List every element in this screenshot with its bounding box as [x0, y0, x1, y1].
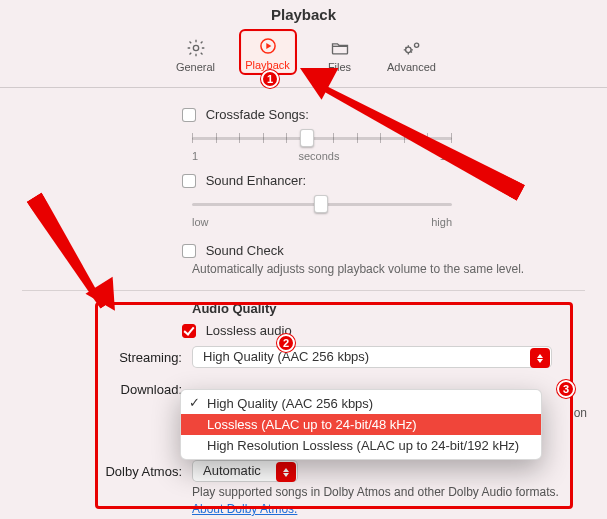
dolby-link[interactable]: About Dolby Atmos.	[192, 502, 297, 516]
chevron-updown-icon	[530, 348, 550, 368]
tab-playback[interactable]: Playback	[239, 29, 297, 75]
chevron-updown-icon	[276, 462, 296, 482]
download-label: Download:	[22, 382, 192, 397]
streaming-dropdown[interactable]: High Quality (AAC 256 kbps)	[192, 346, 552, 368]
annotation-ring-3: 3	[557, 380, 575, 398]
annotation-ring-2: 2	[277, 334, 295, 352]
audio-quality-title: Audio Quality	[192, 301, 585, 316]
streaming-label: Streaming:	[22, 350, 192, 365]
folder-icon	[330, 37, 350, 59]
tab-general[interactable]: General	[167, 29, 225, 75]
crossfade-checkbox[interactable]	[182, 108, 196, 122]
lossless-checkbox[interactable]	[182, 324, 196, 338]
menu-item-high-quality[interactable]: High Quality (AAC 256 kbps)	[181, 393, 541, 414]
trailing-on-text: on	[574, 406, 587, 420]
crossfade-unit: seconds	[198, 150, 440, 162]
tab-label: General	[176, 61, 215, 73]
tab-advanced[interactable]: Advanced	[383, 29, 441, 75]
crossfade-label: Crossfade Songs:	[206, 107, 309, 122]
menu-item-hires-lossless[interactable]: High Resolution Lossless (ALAC up to 24-…	[181, 435, 541, 456]
dolby-dropdown[interactable]: Automatic	[192, 460, 298, 482]
soundcheck-checkbox[interactable]	[182, 244, 196, 258]
play-circle-icon	[258, 35, 278, 57]
enhancer-label: Sound Enhancer:	[206, 173, 306, 188]
window-title: Playback	[0, 0, 607, 23]
enhancer-slider[interactable]	[192, 196, 452, 212]
menu-item-lossless[interactable]: Lossless (ALAC up to 24-bit/48 kHz)	[181, 414, 541, 435]
soundcheck-hint: Automatically adjusts song playback volu…	[192, 262, 585, 276]
enhancer-low: low	[192, 216, 209, 228]
enhancer-checkbox[interactable]	[182, 174, 196, 188]
gear-icon	[186, 37, 206, 59]
download-dropdown-menu: High Quality (AAC 256 kbps) Lossless (AL…	[180, 389, 542, 460]
gears-icon	[401, 37, 423, 59]
soundcheck-label: Sound Check	[206, 243, 284, 258]
svg-point-0	[193, 45, 198, 50]
dolby-hint: Play supported songs in Dolby Atmos and …	[192, 485, 585, 499]
tab-label: Advanced	[387, 61, 436, 73]
annotation-ring-1: 1	[261, 70, 279, 88]
enhancer-high: high	[431, 216, 452, 228]
svg-point-3	[414, 43, 418, 47]
dolby-label: Dolby Atmos:	[22, 464, 192, 479]
dolby-value: Automatic	[203, 463, 261, 478]
